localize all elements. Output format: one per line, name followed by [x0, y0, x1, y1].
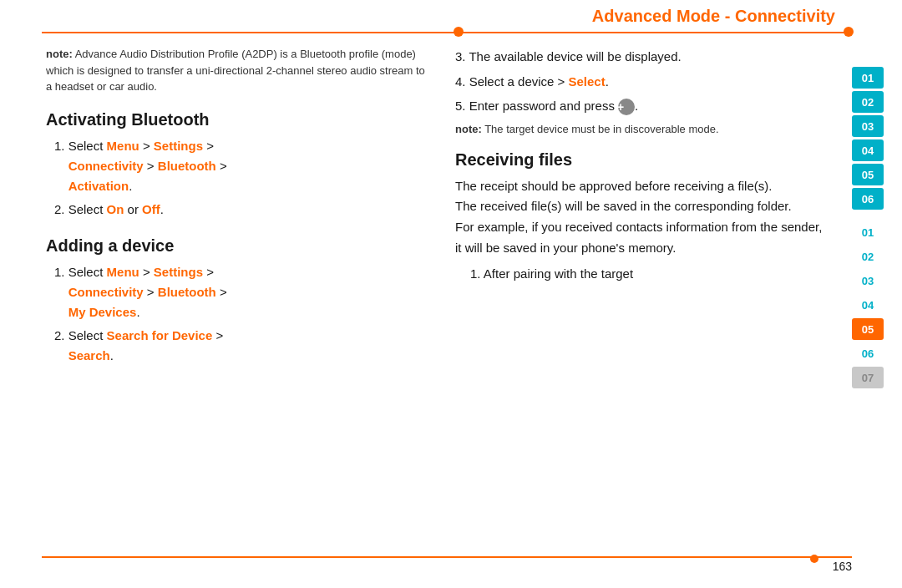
step-1-arrow3: > — [144, 159, 158, 173]
menu-link-1[interactable]: Menu — [107, 139, 139, 153]
left-content: note: Advance Audio Distribution Profile… — [46, 46, 430, 369]
menu-link-2[interactable]: Menu — [107, 265, 139, 279]
step-1-period: . — [129, 179, 132, 193]
step-2-or: or — [124, 202, 142, 216]
sidebar-item-05-active[interactable]: 05 — [852, 318, 884, 340]
sidebar-item-02-top[interactable]: 02 — [852, 91, 884, 113]
adding-step-2: 2. Select Search for Device > Search. — [54, 326, 430, 366]
sidebar-item-04-top[interactable]: 04 — [852, 139, 884, 161]
sidebar-item-02[interactable]: 02 — [852, 246, 884, 267]
page-number: 163 — [833, 560, 852, 573]
add-step-1-period: . — [136, 305, 139, 319]
receiving-step-1: 1. After pairing with the target — [455, 264, 823, 285]
activating-step-2: 2. Select On or Off. — [54, 200, 430, 220]
step-1-arrow1: > — [139, 139, 154, 153]
search-device-link[interactable]: Search for Device — [107, 328, 213, 342]
settings-link-2[interactable]: Settings — [154, 265, 203, 279]
my-devices-link[interactable]: My Devices — [68, 305, 137, 319]
adding-device-title: Adding a device — [46, 236, 430, 256]
activating-step-1: 1. Select Menu > Settings > Connectivity… — [54, 136, 430, 196]
off-link[interactable]: Off — [142, 202, 160, 216]
header-title: Advanced Mode - Connectivity — [592, 7, 835, 26]
right-step-5: 5. Enter password and press +. — [455, 95, 823, 117]
sidebar-item-03[interactable]: 03 — [852, 270, 884, 291]
sidebar-item-06[interactable]: 06 — [852, 342, 884, 364]
step-1-number: 1. Select — [54, 139, 107, 153]
bottom-line-dot — [810, 555, 818, 563]
top-decorative-line — [42, 32, 852, 33]
sidebar-item-01-top[interactable]: 01 — [852, 67, 884, 89]
bottom-decorative-line — [42, 556, 852, 558]
search-link[interactable]: Search — [68, 348, 110, 362]
circle-button-icon: + — [618, 99, 635, 115]
add-step-2-arrow: > — [212, 328, 223, 342]
add-step-1-arrow4: > — [216, 285, 227, 299]
add-step-1-arrow3: > — [144, 285, 158, 299]
activating-steps-list: 1. Select Menu > Settings > Connectivity… — [46, 136, 430, 220]
right-step-4: 4. Select a device > Select. — [455, 71, 823, 93]
right-step-3: 3. The available device will be displaye… — [455, 46, 823, 68]
right-steps: 3. The available device will be displaye… — [455, 46, 823, 137]
sidebar-item-01[interactable]: 01 — [852, 221, 884, 243]
adding-step-1: 1. Select Menu > Settings > Connectivity… — [54, 262, 430, 322]
note-label: note: — [46, 48, 73, 60]
add-step-1-arrow2: > — [203, 265, 214, 279]
activation-link[interactable]: Activation — [68, 179, 129, 193]
settings-link-1[interactable]: Settings — [154, 139, 203, 153]
step-1-arrow4: > — [216, 159, 227, 173]
sidebar-navigation: 01 02 03 04 05 06 01 02 03 04 05 06 07 — [852, 67, 887, 388]
sidebar-item-04[interactable]: 04 — [852, 294, 884, 316]
note-body: Advance Audio Distribution Profile (A2DP… — [46, 48, 425, 93]
bluetooth-link-1[interactable]: Bluetooth — [158, 159, 216, 173]
sidebar-item-05-top[interactable]: 05 — [852, 164, 884, 185]
on-link[interactable]: On — [107, 202, 124, 216]
receiving-files-section: Receiving files The receipt should be ap… — [455, 150, 823, 285]
add-step-1-number: 1. Select — [54, 265, 107, 279]
activating-bluetooth-title: Activating Bluetooth — [46, 110, 430, 129]
activating-bluetooth-section: Activating Bluetooth 1. Select Menu > Se… — [46, 110, 430, 220]
adding-steps-list: 1. Select Menu > Settings > Connectivity… — [46, 262, 430, 366]
receiving-para-3: For example, if you received contacts in… — [455, 217, 823, 259]
receiving-para-1: The receipt should be approved before re… — [455, 176, 823, 197]
note-paragraph: note: Advance Audio Distribution Profile… — [46, 46, 430, 95]
top-line-dot-right — [844, 27, 854, 37]
select-link[interactable]: Select — [569, 74, 606, 89]
receiving-para-2: The received file(s) will be saved in th… — [455, 196, 823, 217]
bluetooth-link-2[interactable]: Bluetooth — [158, 285, 216, 299]
right-content: 3. The available device will be displaye… — [455, 46, 823, 284]
receiving-body-text: The receipt should be approved before re… — [455, 176, 823, 285]
connectivity-link-2[interactable]: Connectivity — [68, 285, 144, 299]
top-line-dot-left — [454, 27, 464, 37]
sidebar-item-07: 07 — [852, 367, 884, 388]
step-1-arrow2: > — [203, 139, 214, 153]
add-step-1-arrow1: > — [139, 265, 154, 279]
step-2-text: 2. Select — [54, 202, 107, 216]
right-note-body: The target device must be in discoverabl… — [484, 123, 718, 135]
right-note: note: The target device must be in disco… — [455, 122, 823, 137]
add-step-2-text: 2. Select — [54, 328, 107, 342]
sidebar-item-06-top[interactable]: 06 — [852, 188, 884, 210]
add-step-2-period: . — [110, 348, 114, 362]
right-note-label: note: — [455, 123, 482, 135]
connectivity-link-1[interactable]: Connectivity — [68, 159, 144, 173]
adding-device-section: Adding a device 1. Select Menu > Setting… — [46, 236, 430, 366]
sidebar-item-03-top[interactable]: 03 — [852, 115, 884, 137]
step-2-period: . — [160, 202, 164, 216]
receiving-files-title: Receiving files — [455, 150, 823, 170]
